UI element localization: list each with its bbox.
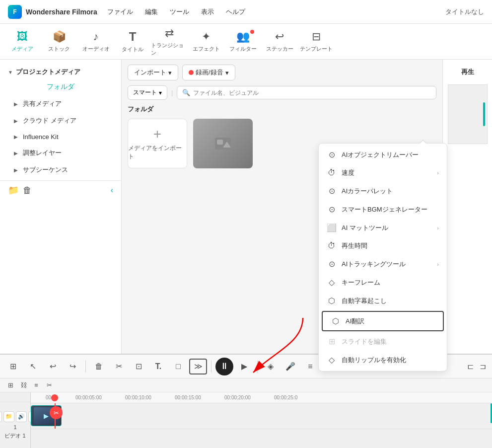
dropdown-keyframe[interactable]: ◇ キーフレーム — [319, 273, 447, 292]
tl-select-button[interactable]: ↖ — [24, 359, 42, 374]
tl-mic-button[interactable]: 🎤 — [281, 359, 299, 374]
dropdown-smart-bgm[interactable]: ⊙ スマートBGMジェネレーター — [319, 200, 447, 219]
import-media-card[interactable]: + メディアをインポート — [128, 119, 187, 168]
dropdown-ai-tracking[interactable]: ⊙ AIトラッキングツール › — [319, 255, 447, 273]
delete-folder-icon[interactable]: 🗑 — [23, 185, 32, 196]
speed-chevron: › — [437, 170, 439, 176]
sidebar-item-adjustment-layer[interactable]: ▶ 調整レイヤー — [0, 145, 121, 161]
search-row: スマート ▾ | 🔍 — [122, 85, 442, 105]
dropdown-ai-color[interactable]: ⊙ AIカラーパレット — [319, 182, 447, 200]
sidebar-adjustment-label: 調整レイヤー — [23, 149, 62, 157]
dropdown-edit-slides[interactable]: ⊞ スライドを編集 — [319, 332, 447, 351]
toolbar-title[interactable]: T タイトル — [114, 26, 151, 58]
search-box[interactable]: 🔍 — [177, 86, 436, 99]
ai-matte-label: AI マットツール — [342, 224, 388, 232]
tl-ripple-edit[interactable]: ✂ — [43, 379, 56, 391]
auto-ripple-icon: ◇ — [327, 355, 337, 365]
toolbar-transition[interactable]: ⇄ トランジション — [151, 26, 188, 58]
track-folder-icon[interactable]: 📁 — [3, 411, 14, 422]
right-panel-label: 再生 — [457, 64, 478, 80]
speed-icon: ⏱ — [327, 168, 337, 177]
toolbar-effect[interactable]: ✦ エフェクト — [188, 26, 224, 58]
menu-file[interactable]: ファイル — [107, 7, 133, 16]
ruler-mark-25: 00:00:25:0 — [274, 395, 324, 400]
edit-slides-label: スライドを編集 — [342, 337, 387, 346]
ruler-mark-0: 00:00 — [46, 395, 75, 400]
import-label: インポート — [134, 68, 166, 77]
sidebar-bottom: 📁 🗑 ‹ — [0, 180, 121, 200]
timeline-ruler: 00:00 00:00:05:00 00:00:10:00 00:00:15:0… — [31, 392, 492, 403]
track-mute-icon[interactable]: 🔊 — [16, 411, 27, 422]
import-media-label: メディアをインポート — [128, 144, 187, 161]
new-folder-icon[interactable]: 📁 — [8, 185, 19, 196]
tl-grid-button[interactable]: ⊞ — [4, 359, 22, 374]
track-lock-icon[interactable]: 🔒 — [0, 411, 2, 422]
smart-button[interactable]: スマート ▾ — [128, 85, 167, 100]
preview-slider[interactable] — [483, 102, 485, 126]
tl-link-button[interactable]: ⛓ — [17, 379, 30, 391]
sidebar-collapse-button[interactable]: ‹ — [111, 186, 113, 195]
dropdown-ai-translate[interactable]: ⬡ AI翻訳 — [322, 311, 444, 331]
sticker-icon: ↩ — [275, 30, 284, 43]
img-folder-card[interactable] — [193, 119, 253, 168]
toolbar-media[interactable]: 🖼 メディア — [4, 26, 41, 58]
tl-undo-button[interactable]: ↩ — [44, 359, 62, 374]
tl-crop-button[interactable]: ⊡ — [130, 359, 147, 374]
tl-menu-button[interactable]: ≡ — [301, 359, 319, 374]
cut-icon-overlay[interactable]: ✂ — [50, 406, 63, 419]
sidebar-folder-label[interactable]: フォルダ — [0, 80, 121, 95]
import-button[interactable]: インポート ▾ — [128, 65, 178, 80]
sidebar-item-subsequence[interactable]: ▶ サブシーケンス — [0, 161, 121, 178]
ruler-mark-15: 00:00:15:00 — [175, 395, 224, 400]
menu-tools[interactable]: ツール — [170, 7, 189, 16]
ai-tracking-chevron: › — [437, 261, 439, 267]
tl-play-button[interactable]: ⏸ — [215, 358, 233, 375]
tl-snap-button[interactable]: ◈ — [262, 359, 280, 374]
tl-collapse-right[interactable]: ⊐ — [480, 362, 486, 371]
tl-redo-button[interactable]: ↪ — [64, 359, 81, 374]
toolbar-transition-label: トランジション — [151, 42, 188, 57]
sidebar-item-cloud-media[interactable]: ▶ クラウド メディア — [0, 112, 121, 129]
toolbar-audio[interactable]: ♪ オーディオ — [77, 26, 114, 58]
toolbar-sticker[interactable]: ↩ ステッカー — [261, 26, 298, 58]
tl-text-button[interactable]: T. — [149, 359, 167, 374]
edit-slides-icon: ⊞ — [327, 337, 337, 346]
tl-sep-3 — [257, 361, 258, 373]
menu-edit[interactable]: 編集 — [145, 7, 158, 16]
record-button[interactable]: 録画/録音 ▾ — [182, 65, 235, 80]
app-logo: F Wondershare Filmora — [8, 5, 97, 19]
tl-collapse-left[interactable]: ⊏ — [467, 362, 474, 371]
dropdown-speed[interactable]: ⏱ 速度 › — [319, 164, 447, 182]
menu-help[interactable]: ヘルプ — [226, 7, 245, 16]
ruler-marks: 00:00 00:00:05:00 00:00:10:00 00:00:15:0… — [31, 395, 324, 400]
playhead-handle[interactable] — [51, 394, 58, 401]
dropdown-ai-object-remover[interactable]: ⊙ AIオブジェクトリムーバー — [319, 146, 447, 164]
dropdown-auto-ripple[interactable]: ◇ 自動リップルを有効化 — [319, 351, 447, 369]
toolbar-filter[interactable]: 👥 フィルター — [224, 26, 261, 58]
tl-sep-2 — [211, 361, 211, 373]
dropdown-play-duration[interactable]: ⏱ 再生時間 — [319, 237, 447, 255]
tl-delete-button[interactable]: 🗑 — [90, 359, 108, 374]
influence-kit-arrow: ▶ — [14, 134, 18, 140]
tl-add-track[interactable]: ⊞ — [4, 379, 17, 391]
window-title: タイトルなし — [445, 7, 484, 16]
ai-translate-label: AI翻訳 — [346, 317, 364, 326]
menu-view[interactable]: 表示 — [201, 7, 214, 16]
toolbar-template[interactable]: ⊟ テンプレート — [298, 26, 335, 58]
tl-rect-button[interactable]: □ — [169, 359, 187, 374]
toolbar-filter-label: フィルター — [229, 45, 257, 53]
toolbar-stock[interactable]: 📦 ストック — [41, 26, 77, 58]
dropdown-ai-matte[interactable]: ⬜ AI マットツール › — [319, 219, 447, 237]
main-area: ▼ プロジェクトメディア フォルダ ▶ 共有メディア ▶ クラウド メディア ▶… — [0, 60, 492, 354]
dropdown-auto-caption[interactable]: ⬡ 自動字幕起こし — [319, 292, 447, 310]
logo-icon: F — [8, 5, 22, 19]
sidebar-item-influence-kit[interactable]: ▶ Influence Kit — [0, 129, 121, 145]
tl-cut-button[interactable]: ✂ — [110, 359, 128, 374]
search-input[interactable] — [193, 89, 431, 96]
tl-more-button[interactable]: ≫ — [189, 359, 207, 374]
toolbar-title-label: タイトル — [122, 46, 143, 53]
sidebar-item-shared-media[interactable]: ▶ 共有メディア — [0, 95, 121, 112]
tl-group-button[interactable]: ≡ — [30, 379, 43, 391]
tl-next-button[interactable]: ▶ — [235, 359, 253, 374]
toolbar-template-label: テンプレート — [300, 45, 333, 53]
